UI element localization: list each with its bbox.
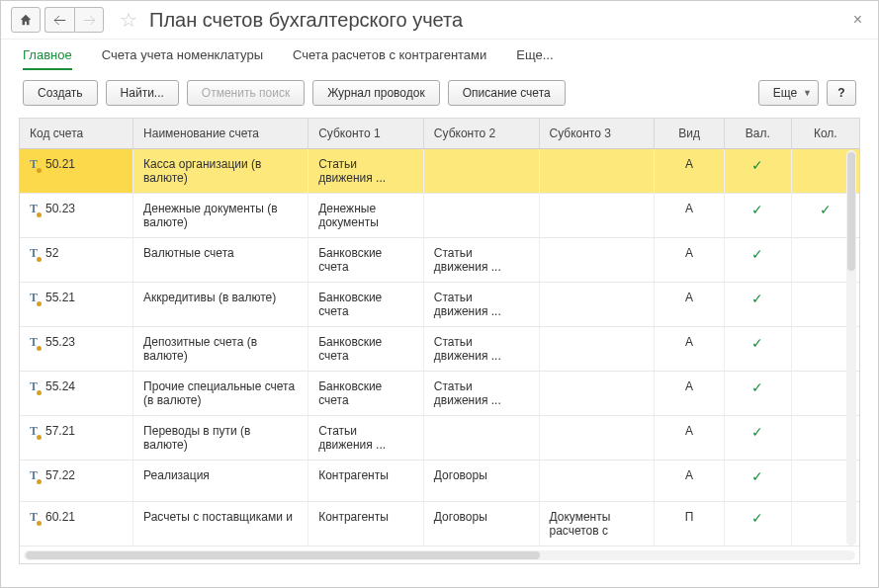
cell-name: Аккредитивы (в валюте) xyxy=(133,283,308,327)
table-row[interactable]: T55.21Аккредитивы (в валюте)Банковские с… xyxy=(20,283,859,327)
cell-code: T57.22 xyxy=(20,461,133,502)
find-button[interactable]: Найти... xyxy=(106,80,179,106)
col-header-val[interactable]: Вал. xyxy=(725,119,792,149)
cell-name: Реализация xyxy=(133,461,308,502)
accounts-table: Код счета Наименование счета Субконто 1 … xyxy=(20,119,859,546)
cell-vid: А xyxy=(655,149,725,194)
account-t-icon: T xyxy=(30,510,38,525)
cell-code: T55.24 xyxy=(20,372,133,416)
col-header-sub2[interactable]: Субконто 2 xyxy=(423,119,539,149)
more-button-label: Еще xyxy=(773,86,797,100)
description-button[interactable]: Описание счета xyxy=(448,80,566,106)
cell-s2 xyxy=(423,416,539,461)
cell-s3 xyxy=(539,283,655,327)
table-row[interactable]: T57.22РеализацияКонтрагентыДоговорыА✓ xyxy=(20,461,859,502)
home-button[interactable] xyxy=(11,7,41,33)
col-header-sub1[interactable]: Субконто 1 xyxy=(308,119,424,149)
cell-s2: Статьи движения ... xyxy=(423,327,539,372)
col-header-vid[interactable]: Вид xyxy=(655,119,725,149)
cell-code: T57.21 xyxy=(20,416,133,461)
cell-s2 xyxy=(423,194,539,238)
account-t-icon: T xyxy=(30,157,38,172)
cell-code: T60.21 xyxy=(20,502,133,546)
cell-s2: Статьи движения ... xyxy=(423,372,539,416)
col-header-sub3[interactable]: Субконто 3 xyxy=(539,119,655,149)
cell-name: Прочие специальные счета (в валюте) xyxy=(133,372,308,416)
back-button[interactable]: 🡠 xyxy=(44,7,74,33)
tab-main[interactable]: Главное xyxy=(23,47,72,70)
table-row[interactable]: T50.21Касса организации (в валюте)Статьи… xyxy=(20,149,859,194)
cell-val: ✓ xyxy=(725,149,792,194)
cell-s1: Контрагенты xyxy=(308,461,424,502)
col-header-name[interactable]: Наименование счета xyxy=(133,119,308,149)
cell-val: ✓ xyxy=(725,194,792,238)
cell-code: T50.21 xyxy=(20,149,133,194)
forward-button[interactable]: 🡢 xyxy=(74,7,104,33)
cell-vid: П xyxy=(655,502,725,546)
cell-name: Переводы в пути (в валюте) xyxy=(133,416,308,461)
cell-name: Расчеты с поставщиками и xyxy=(133,502,308,546)
cell-name: Валютные счета xyxy=(133,238,308,283)
table-row[interactable]: T55.23Депозитные счета (в валюте)Банковс… xyxy=(20,327,859,372)
cell-s1: Денежные документы xyxy=(308,194,424,238)
cell-vid: А xyxy=(655,194,725,238)
account-t-icon: T xyxy=(30,246,38,261)
col-header-code[interactable]: Код счета xyxy=(20,119,133,149)
chevron-down-icon: ▼ xyxy=(803,88,812,98)
cell-val: ✓ xyxy=(725,502,792,546)
favorite-star-icon[interactable]: ☆ xyxy=(120,8,137,32)
cell-val: ✓ xyxy=(725,238,792,283)
account-t-icon: T xyxy=(30,379,38,394)
table-row[interactable]: T57.21Переводы в пути (в валюте)Статьи д… xyxy=(20,416,859,461)
cell-val: ✓ xyxy=(725,327,792,372)
cancel-search-button[interactable]: Отменить поиск xyxy=(187,80,305,106)
cell-vid: А xyxy=(655,416,725,461)
tab-counterparties[interactable]: Счета расчетов с контрагентами xyxy=(293,47,486,70)
cell-s1: Банковские счета xyxy=(308,327,424,372)
cell-s3: Документы расчетов с xyxy=(539,502,655,546)
create-button[interactable]: Создать xyxy=(23,80,98,106)
table-row[interactable]: T60.21Расчеты с поставщиками иКонтрагент… xyxy=(20,502,859,546)
cell-val: ✓ xyxy=(725,372,792,416)
horizontal-scrollbar[interactable] xyxy=(24,550,855,560)
vertical-scrollbar[interactable] xyxy=(846,150,856,546)
table-row[interactable]: T50.23Денежные документы (в валюте)Денеж… xyxy=(20,194,859,238)
cell-val: ✓ xyxy=(725,416,792,461)
cell-vid: А xyxy=(655,372,725,416)
cell-s1: Статьи движения ... xyxy=(308,416,424,461)
cell-name: Депозитные счета (в валюте) xyxy=(133,327,308,372)
cell-s3 xyxy=(539,194,655,238)
cell-vid: А xyxy=(655,461,725,502)
account-t-icon: T xyxy=(30,291,38,305)
cell-name: Касса организации (в валюте) xyxy=(133,149,308,194)
cell-s1: Контрагенты xyxy=(308,502,424,546)
col-header-kol[interactable]: Кол. xyxy=(791,119,859,149)
more-button[interactable]: Еще ▼ xyxy=(758,80,819,106)
cell-code: T50.23 xyxy=(20,194,133,238)
close-icon[interactable]: × xyxy=(847,11,868,29)
cell-code: T55.23 xyxy=(20,327,133,372)
cell-s2: Договоры xyxy=(423,502,539,546)
table-row[interactable]: T52Валютные счетаБанковские счетаСтатьи … xyxy=(20,238,859,283)
tab-more[interactable]: Еще... xyxy=(516,47,553,70)
journal-button[interactable]: Журнал проводок xyxy=(312,80,440,106)
cell-vid: А xyxy=(655,238,725,283)
cell-s2: Статьи движения ... xyxy=(423,238,539,283)
table-row[interactable]: T55.24Прочие специальные счета (в валюте… xyxy=(20,372,859,416)
cell-vid: А xyxy=(655,327,725,372)
account-t-icon: T xyxy=(30,335,38,350)
cell-s2: Статьи движения ... xyxy=(423,283,539,327)
accounts-table-container: Код счета Наименование счета Субконто 1 … xyxy=(19,118,860,564)
tab-nomenclature[interactable]: Счета учета номенклатуры xyxy=(102,47,263,70)
account-t-icon: T xyxy=(30,468,38,483)
cell-s3 xyxy=(539,149,655,194)
cell-s3 xyxy=(539,327,655,372)
cell-s1: Статьи движения ... xyxy=(308,149,424,194)
page-title: План счетов бухгалтерского учета xyxy=(149,9,463,32)
account-t-icon: T xyxy=(30,202,38,216)
cell-code: T52 xyxy=(20,238,133,283)
cell-s3 xyxy=(539,238,655,283)
cell-s3 xyxy=(539,372,655,416)
help-button[interactable]: ? xyxy=(827,80,856,106)
cell-name: Денежные документы (в валюте) xyxy=(133,194,308,238)
